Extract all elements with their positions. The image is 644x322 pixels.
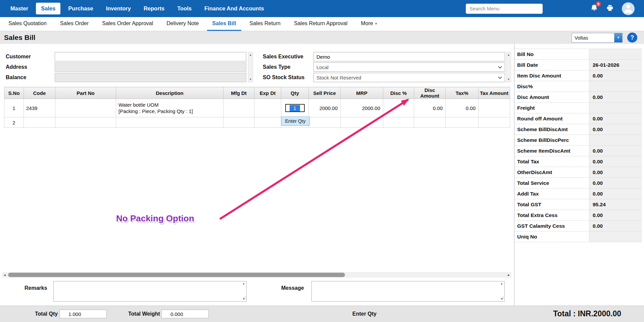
cell-tax-amount[interactable] [479, 117, 510, 128]
horizontal-scrollbar[interactable]: ◄ ► [2, 272, 511, 278]
notifications-button[interactable]: 9 [590, 4, 598, 13]
tab-sales-order[interactable]: Sales Order [55, 17, 94, 31]
summary-value: 0.00 [589, 210, 642, 220]
cell-mrp[interactable]: 2000.00 [341, 99, 383, 117]
cell-tax-pct[interactable]: 0.00 [446, 99, 479, 117]
scroll-down-icon[interactable]: ▼ [507, 77, 510, 82]
cell-code[interactable] [24, 117, 55, 128]
remarks-label: Remarks [24, 285, 47, 291]
help-button[interactable]: ? [627, 33, 637, 43]
summary-row-scheme-itemdiscamt: Scheme ItemDiscAmt 0.00 [514, 146, 642, 156]
cell-sno[interactable]: 1 [4, 99, 24, 117]
tab-sales-return[interactable]: Sales Return [245, 17, 286, 31]
cell-mrp[interactable] [341, 117, 383, 128]
search-input[interactable] [466, 4, 543, 14]
nav-item-purchase[interactable]: Purchase [63, 3, 98, 14]
form-right-scrollbar[interactable]: ▲ ▼ [506, 52, 511, 82]
bill-summary-panel: Bill No Bill Date 26-01-2026 Item Disc A… [514, 44, 644, 306]
col-header-description: Description [116, 87, 224, 99]
cell-mfg-dt[interactable] [224, 117, 254, 128]
tab-more[interactable]: More ▾ [356, 17, 382, 31]
cell-disc-pct[interactable] [383, 117, 414, 128]
sales-type-value: Local [316, 64, 329, 70]
hscroll-thumb[interactable] [8, 273, 345, 277]
cell-exp-dt[interactable] [254, 99, 281, 117]
summary-value: 0.00 [589, 189, 642, 199]
company-select-value: Voltas [572, 35, 614, 41]
cell-disc-amount[interactable] [414, 117, 446, 128]
summary-label: Addl Tax [514, 189, 589, 199]
sales-bill-app: Master Sales Purchase Inventory Reports … [0, 0, 644, 322]
nav-item-sales[interactable]: Sales [36, 3, 60, 14]
remarks-textarea[interactable]: ▲ ▼ [53, 281, 247, 302]
summary-label: Total Service [514, 178, 589, 188]
summary-label: GST Calamity Cess [514, 221, 589, 231]
resize-handle-icon[interactable] [501, 295, 504, 301]
top-navbar: Master Sales Purchase Inventory Reports … [0, 0, 644, 17]
scroll-up-icon[interactable]: ▲ [242, 282, 245, 285]
sales-type-select[interactable]: Local [313, 62, 505, 72]
message-label: Message [281, 285, 304, 291]
scroll-up-icon[interactable]: ▲ [507, 52, 510, 57]
chevron-down-icon: ▾ [375, 21, 377, 26]
cell-code[interactable]: 2439 [24, 99, 55, 117]
cell-tax-amount[interactable] [479, 99, 510, 117]
form-left-scrollbar[interactable]: ▲ ▼ [248, 52, 253, 82]
nav-item-tools[interactable]: Tools [172, 3, 197, 14]
annotation-arrow [0, 44, 514, 306]
scroll-down-icon[interactable]: ▼ [249, 77, 252, 82]
annotation-label: No Packing Option [116, 213, 194, 224]
resize-handle-icon[interactable] [243, 295, 246, 301]
nav-item-master[interactable]: Master [5, 3, 33, 14]
company-select[interactable]: Voltas ▼ [572, 33, 623, 43]
summary-label: Freight [514, 103, 589, 113]
qty-input[interactable]: 1 [285, 104, 305, 112]
customer-input[interactable] [55, 52, 246, 61]
tab-sales-return-approval[interactable]: Sales Return Approval [289, 17, 352, 31]
user-avatar[interactable] [622, 2, 635, 15]
tab-sales-bill[interactable]: Sales Bill [207, 17, 241, 31]
print-button[interactable] [606, 4, 614, 13]
cell-description[interactable]: Water bottle UOM [Packing : Piece, Packi… [116, 99, 224, 117]
nav-item-reports[interactable]: Reports [139, 3, 169, 14]
summary-value: 0.00 [589, 113, 642, 124]
cell-sell-price[interactable] [309, 117, 341, 128]
cell-mfg-dt[interactable] [224, 99, 254, 117]
summary-value: 0.00 [589, 156, 642, 167]
cell-disc-pct[interactable] [383, 99, 414, 117]
col-header-part-no: Part No [55, 87, 116, 99]
page-title: Sales Bill [4, 34, 35, 42]
cell-exp-dt[interactable] [254, 117, 281, 128]
scroll-right-icon[interactable]: ► [506, 273, 511, 277]
hscroll-track[interactable] [7, 272, 506, 278]
nav-item-finance[interactable]: Finance And Accounts [199, 3, 269, 14]
so-stock-status-select[interactable]: Stock Not Reserved [313, 73, 505, 82]
dropdown-caret-icon[interactable]: ▼ [614, 33, 622, 42]
tab-delivery-note[interactable]: Delivery Note [161, 17, 204, 31]
page-header: Sales Bill Voltas ▼ ? [0, 31, 644, 44]
cell-description[interactable] [116, 117, 224, 128]
summary-value: 0.00 [589, 70, 642, 81]
scroll-left-icon[interactable]: ◄ [2, 273, 7, 277]
tab-sales-order-approval[interactable]: Sales Order Approval [97, 17, 158, 31]
cell-part-no[interactable] [55, 117, 116, 128]
total-qty-value: 1.000 [59, 310, 107, 318]
cell-sell-price[interactable]: 2000.00 [309, 99, 341, 117]
summary-value: 0.00 [589, 124, 642, 135]
sales-executive-input[interactable] [313, 52, 505, 61]
cell-part-no[interactable] [55, 99, 116, 117]
bill-content: Customer Address Balance ▲ ▼ Sales Execu… [0, 44, 514, 306]
cell-sno[interactable]: 2 [4, 117, 24, 128]
nav-item-inventory[interactable]: Inventory [101, 3, 136, 14]
scroll-up-icon[interactable]: ▲ [500, 282, 503, 285]
cell-tax-pct[interactable] [446, 117, 479, 128]
tab-sales-quotation[interactable]: Sales Quotation [3, 17, 52, 31]
cell-disc-amount[interactable]: 0.00 [414, 99, 446, 117]
cell-qty[interactable]: 1 [281, 99, 309, 117]
status-bar: Total Qty 1.000 Total Weight 0.000 Enter… [0, 306, 644, 322]
summary-row-scheme-billdiscamt: Scheme BillDiscAmt 0.00 [514, 124, 642, 135]
message-textarea[interactable]: ▲ ▼ [311, 281, 505, 302]
summary-value: 95.24 [589, 199, 642, 210]
summary-row-addl-tax: Addl Tax 0.00 [514, 189, 642, 199]
scroll-up-icon[interactable]: ▲ [249, 52, 252, 57]
